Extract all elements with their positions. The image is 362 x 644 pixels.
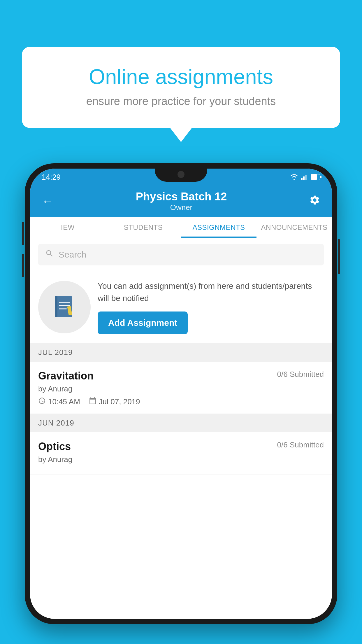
search-container: Search bbox=[30, 238, 332, 271]
assignment-meta-gravitation: 10:45 AM Jul 07, 2019 bbox=[38, 397, 324, 407]
battery-fill bbox=[312, 174, 317, 180]
assignment-item-gravitation[interactable]: Gravitation 0/6 Submitted by Anurag 10:4… bbox=[30, 362, 332, 414]
svg-rect-5 bbox=[55, 296, 57, 317]
assignment-item-optics[interactable]: Optics 0/6 Submitted by Anurag bbox=[30, 432, 332, 475]
promo-icon-circle bbox=[38, 281, 91, 333]
phone-screen: 14:29 bbox=[30, 169, 332, 619]
time-value-gravitation: 10:45 AM bbox=[48, 397, 80, 406]
tab-assignments[interactable]: ASSIGNMENTS bbox=[181, 217, 256, 238]
calendar-svg bbox=[89, 397, 96, 405]
assignment-by-gravitation: by Anurag bbox=[38, 384, 324, 393]
tab-iew-label: IEW bbox=[61, 223, 75, 232]
app-header: ← Physics Batch 12 Owner bbox=[30, 186, 332, 217]
signal-icon bbox=[301, 174, 308, 180]
tab-assignments-label: ASSIGNMENTS bbox=[192, 223, 245, 232]
battery-icon bbox=[311, 174, 320, 180]
tab-announcements[interactable]: ANNOUNCEMENTS bbox=[256, 217, 332, 238]
tabs-bar: IEW STUDENTS ASSIGNMENTS ANNOUNCEMENTS bbox=[30, 217, 332, 238]
phone-frame: 14:29 bbox=[25, 163, 337, 624]
svg-rect-2 bbox=[303, 176, 305, 180]
assignment-submitted-gravitation: 0/6 Submitted bbox=[277, 370, 324, 379]
settings-button[interactable] bbox=[309, 195, 320, 208]
phone-wrapper: 14:29 bbox=[25, 163, 337, 644]
search-placeholder: Search bbox=[59, 250, 86, 260]
promo-content: You can add assignment(s) from here and … bbox=[98, 280, 324, 334]
header-center: Physics Batch 12 Owner bbox=[136, 190, 227, 212]
notebook-icon bbox=[51, 294, 78, 320]
side-button-power bbox=[338, 239, 340, 274]
search-box[interactable]: Search bbox=[38, 244, 324, 265]
side-button-volume-down bbox=[22, 254, 24, 277]
section-header-jul: JUL 2019 bbox=[30, 343, 332, 362]
wifi-icon bbox=[290, 174, 298, 180]
tab-iew[interactable]: IEW bbox=[30, 217, 106, 238]
bubble-title: Online assignments bbox=[42, 64, 320, 89]
status-icons bbox=[290, 174, 320, 180]
phone-camera bbox=[178, 171, 184, 178]
assignment-submitted-optics: 0/6 Submitted bbox=[277, 440, 324, 449]
clock-svg bbox=[38, 397, 46, 405]
side-button-volume-up bbox=[22, 222, 24, 245]
tab-announcements-label: ANNOUNCEMENTS bbox=[261, 223, 328, 232]
svg-point-0 bbox=[294, 179, 295, 180]
header-subtitle: Owner bbox=[136, 203, 227, 212]
promo-description: You can add assignment(s) from here and … bbox=[98, 280, 324, 304]
phone-notch bbox=[155, 169, 207, 182]
magnifier-icon bbox=[45, 249, 54, 258]
speech-bubble: Online assignments ensure more practice … bbox=[22, 47, 340, 128]
calendar-icon bbox=[89, 397, 96, 407]
clock-icon bbox=[38, 397, 46, 407]
search-icon bbox=[45, 249, 54, 260]
assignment-name-gravitation: Gravitation bbox=[38, 370, 94, 382]
assignment-by-optics: by Anurag bbox=[38, 455, 324, 464]
add-assignment-button[interactable]: Add Assignment bbox=[98, 312, 188, 334]
assignment-top-optics: Optics 0/6 Submitted bbox=[38, 440, 324, 453]
svg-rect-1 bbox=[301, 178, 303, 180]
promo-card: You can add assignment(s) from here and … bbox=[30, 271, 332, 343]
tab-students-label: STUDENTS bbox=[124, 223, 163, 232]
assignment-name-optics: Optics bbox=[38, 440, 71, 453]
section-header-jun: JUN 2019 bbox=[30, 414, 332, 432]
back-button[interactable]: ← bbox=[42, 195, 53, 208]
assignment-top: Gravitation 0/6 Submitted bbox=[38, 370, 324, 382]
meta-date-gravitation: Jul 07, 2019 bbox=[89, 397, 140, 407]
svg-rect-3 bbox=[305, 175, 307, 180]
gear-icon bbox=[309, 195, 320, 206]
header-title: Physics Batch 12 bbox=[136, 190, 227, 203]
bubble-subtitle: ensure more practice for your students bbox=[42, 95, 320, 108]
date-value-gravitation: Jul 07, 2019 bbox=[99, 397, 140, 406]
status-time: 14:29 bbox=[42, 173, 61, 182]
tab-students[interactable]: STUDENTS bbox=[106, 217, 181, 238]
meta-time-gravitation: 10:45 AM bbox=[38, 397, 80, 407]
